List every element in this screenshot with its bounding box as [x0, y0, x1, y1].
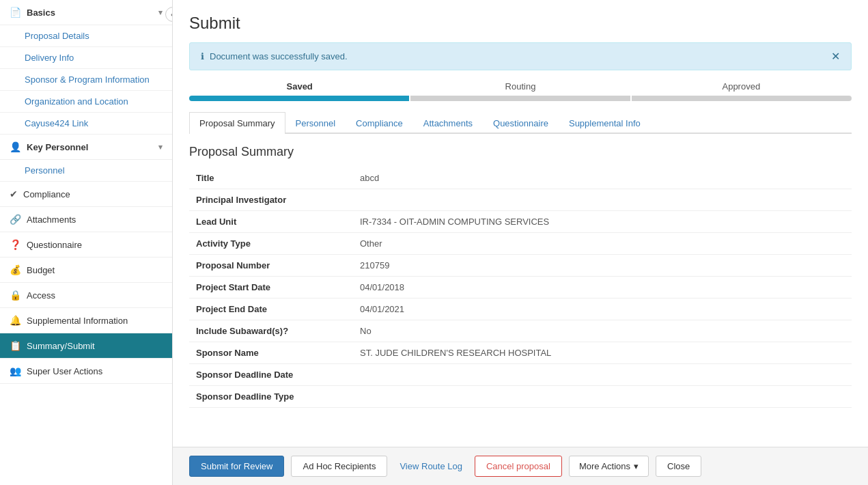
tab-attachments[interactable]: Attachments	[413, 112, 483, 134]
sidebar-item-budget[interactable]: 💰 Budget	[0, 258, 172, 283]
sidebar-item-personnel[interactable]: Personnel	[0, 160, 172, 182]
sidebar-item-delivery-info[interactable]: Delivery Info	[0, 47, 172, 69]
sidebar-item-org-location[interactable]: Organization and Location	[0, 91, 172, 113]
progress-label-approved: Approved	[631, 81, 852, 92]
table-row: Titleabcd	[189, 167, 852, 189]
row-value: ST. JUDE CHILDREN'S RESEARCH HOSPITAL	[353, 342, 852, 364]
row-label: Project Start Date	[189, 277, 353, 299]
basics-label: Basics	[27, 8, 55, 18]
submit-for-review-button[interactable]: Submit for Review	[189, 456, 284, 477]
main-content: Submit ℹ Document was successfully saved…	[173, 0, 868, 485]
row-label: Sponsor Deadline Date	[189, 364, 353, 386]
row-value: IR-7334 - OIT-ADMIN COMPUTING SERVICES	[353, 211, 852, 233]
access-icon: 🔒	[10, 290, 21, 301]
progress-label-routing: Routing	[410, 81, 630, 92]
table-row: Sponsor Deadline Type	[189, 386, 852, 408]
row-label: Include Subaward(s)?	[189, 320, 353, 342]
sidebar-item-cayuse424[interactable]: Cayuse424 Link	[0, 113, 172, 135]
cancel-proposal-button[interactable]: Cancel proposal	[475, 456, 562, 477]
key-personnel-icon: 👤	[10, 141, 21, 152]
access-label: Access	[27, 290, 55, 301]
key-personnel-chevron: ▾	[158, 143, 163, 152]
row-value: No	[353, 320, 852, 342]
section-title: Proposal Summary	[189, 145, 852, 159]
table-row: Sponsor Deadline Date	[189, 364, 852, 386]
sidebar: « 📄 Basics ▾ Proposal Details Delivery I…	[0, 0, 173, 485]
sidebar-item-proposal-details[interactable]: Proposal Details	[0, 25, 172, 47]
table-row: Lead UnitIR-7334 - OIT-ADMIN COMPUTING S…	[189, 211, 852, 233]
supplemental-label: Supplemental Information	[27, 316, 128, 326]
summary-submit-icon: 📋	[10, 340, 21, 351]
sidebar-item-supplemental-info[interactable]: 🔔 Supplemental Information	[0, 308, 172, 333]
key-personnel-label: Key Personnel	[27, 142, 88, 152]
row-value	[353, 386, 852, 408]
sidebar-section-basics[interactable]: 📄 Basics ▾	[0, 0, 172, 25]
tab-personnel[interactable]: Personnel	[285, 112, 346, 134]
sidebar-item-questionnaire[interactable]: ❓ Questionnaire	[0, 232, 172, 258]
questionnaire-icon: ❓	[10, 239, 21, 250]
table-row: Principal Investigator	[189, 189, 852, 211]
basics-chevron: ▾	[158, 8, 163, 17]
progress-segment-approved	[632, 96, 852, 101]
row-value	[353, 364, 852, 386]
view-route-log-button[interactable]: View Route Log	[394, 456, 468, 476]
progress-labels: Saved Routing Approved	[189, 81, 852, 92]
table-row: Proposal Number210759	[189, 255, 852, 277]
more-actions-chevron-icon: ▾	[634, 461, 639, 471]
more-actions-label: More Actions	[579, 461, 630, 471]
row-label: Title	[189, 167, 353, 189]
footer-bar: Submit for Review Ad Hoc Recipients View…	[173, 447, 868, 485]
table-row: Project End Date04/01/2021	[189, 299, 852, 320]
row-label: Lead Unit	[189, 211, 353, 233]
budget-icon: 💰	[10, 264, 21, 275]
page-title: Submit	[189, 14, 852, 33]
progress-bar	[189, 96, 852, 101]
tab-proposal-summary[interactable]: Proposal Summary	[189, 112, 285, 134]
tab-supplemental-info[interactable]: Supplemental Info	[559, 112, 651, 134]
progress-segment-routing	[410, 96, 630, 101]
sidebar-item-compliance[interactable]: ✔ Compliance	[0, 182, 172, 207]
row-value: abcd	[353, 167, 852, 189]
alert-text-container: ℹ Document was successfully saved.	[201, 51, 348, 61]
attachments-label: Attachments	[27, 214, 76, 225]
table-row: Include Subaward(s)?No	[189, 320, 852, 342]
tabs-container: Proposal Summary Personnel Compliance At…	[189, 112, 852, 134]
ad-hoc-recipients-button[interactable]: Ad Hoc Recipients	[291, 456, 387, 477]
alert-message: Document was successfully saved.	[210, 51, 348, 61]
row-value: Other	[353, 233, 852, 255]
progress-label-saved: Saved	[189, 81, 410, 92]
row-label: Sponsor Deadline Type	[189, 386, 353, 408]
attachments-icon: 🔗	[10, 214, 21, 225]
super-user-icon: 👥	[10, 365, 21, 376]
questionnaire-label: Questionnaire	[27, 240, 82, 250]
alert-close-button[interactable]: ✕	[831, 50, 840, 63]
row-label: Project End Date	[189, 299, 353, 320]
row-label: Activity Type	[189, 233, 353, 255]
tab-compliance[interactable]: Compliance	[346, 112, 413, 134]
more-actions-button[interactable]: More Actions ▾	[569, 456, 649, 477]
sidebar-item-attachments[interactable]: 🔗 Attachments	[0, 207, 172, 232]
summary-submit-label: Summary/Submit	[27, 341, 95, 351]
progress-section: Saved Routing Approved	[189, 81, 852, 101]
alert-icon: ℹ	[201, 51, 204, 61]
row-label: Principal Investigator	[189, 189, 353, 211]
sidebar-item-summary-submit[interactable]: 📋 Summary/Submit	[0, 333, 172, 359]
sidebar-section-key-personnel[interactable]: 👤 Key Personnel ▾	[0, 135, 172, 160]
compliance-label: Compliance	[23, 189, 70, 199]
sidebar-item-super-user[interactable]: 👥 Super User Actions	[0, 359, 172, 384]
sidebar-item-sponsor-program[interactable]: Sponsor & Program Information	[0, 69, 172, 91]
row-value: 04/01/2018	[353, 277, 852, 299]
row-label: Proposal Number	[189, 255, 353, 277]
progress-segment-saved	[189, 96, 409, 101]
tab-questionnaire[interactable]: Questionnaire	[483, 112, 559, 134]
proposal-table: TitleabcdPrincipal InvestigatorLead Unit…	[189, 167, 852, 408]
supplemental-icon: 🔔	[10, 315, 21, 326]
sidebar-item-access[interactable]: 🔒 Access	[0, 283, 172, 308]
row-value	[353, 189, 852, 211]
row-value: 04/01/2021	[353, 299, 852, 320]
close-button[interactable]: Close	[656, 456, 701, 477]
row-value: 210759	[353, 255, 852, 277]
basics-icon: 📄	[10, 7, 21, 18]
table-row: Sponsor NameST. JUDE CHILDREN'S RESEARCH…	[189, 342, 852, 364]
table-row: Project Start Date04/01/2018	[189, 277, 852, 299]
